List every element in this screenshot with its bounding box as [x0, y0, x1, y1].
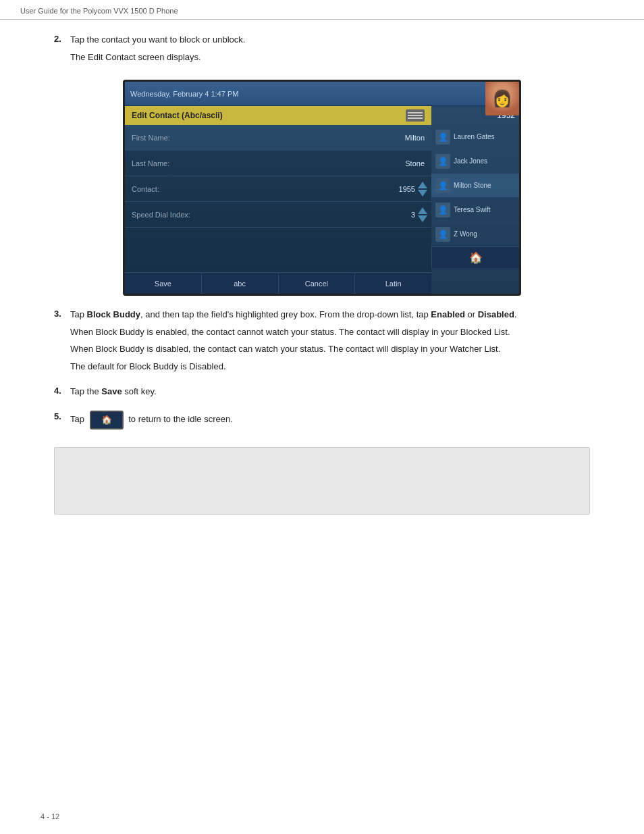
- contact-item-jack[interactable]: 👤 Jack Jones: [431, 149, 519, 174]
- status-date: Wednesday, February 4 1:47 PM: [130, 90, 238, 98]
- speeddial-value-text: 3: [411, 211, 415, 219]
- contact-icon-jack: 👤: [435, 154, 450, 169]
- step-4: 4. Tap the Save soft key.: [54, 385, 590, 402]
- arrow-up-speeddial[interactable]: [418, 207, 427, 214]
- contact-icon-lauren: 👤: [435, 130, 450, 145]
- soft-key-cancel[interactable]: Cancel: [279, 273, 356, 294]
- phone-main-area: Edit Contact (Abc/ascii) First Name: Mil…: [125, 106, 519, 294]
- status-avatar: 👩: [485, 82, 519, 115]
- inline-home-icon: 🏠: [101, 413, 112, 427]
- contact-icon-zwong: 👤: [435, 227, 450, 242]
- step-5-num: 5.: [54, 411, 70, 421]
- step-3: 3. Tap Block Buddy, and then tap the fie…: [54, 308, 590, 377]
- label-firstname: First Name:: [125, 134, 213, 142]
- footer-box: [54, 447, 590, 515]
- main-content: 2. Tap the contact you want to block or …: [0, 20, 644, 528]
- step-2: 2. Tap the contact you want to block or …: [54, 33, 590, 68]
- contact-value-text: 1955: [399, 185, 415, 193]
- step-5-line: Tap 🏠 to return to the idle screen.: [70, 411, 590, 429]
- soft-keys-bar: Save abc Cancel Latin: [125, 272, 431, 294]
- step-3-text: Tap Block Buddy, and then tap the field'…: [70, 308, 590, 377]
- label-contact: Contact:: [125, 185, 213, 193]
- step-5: 5. Tap 🏠 to return to the idle screen.: [54, 411, 590, 434]
- step-3-para1: When Block Buddy is enabled, the contact…: [70, 325, 590, 339]
- contact-item-milton[interactable]: 👤 Milton Stone: [431, 174, 519, 198]
- bold-save: Save: [101, 386, 122, 396]
- value-speeddial: 3: [213, 207, 431, 222]
- step-2-line2: The Edit Contact screen displays.: [70, 51, 590, 64]
- contact-icon-milton: 👤: [435, 178, 450, 193]
- contact-icon-teresa: 👤: [435, 203, 450, 217]
- contact-item-lauren[interactable]: 👤 Lauren Gates: [431, 125, 519, 149]
- step-3-para3: The default for Block Buddy is Disabled.: [70, 360, 590, 373]
- contact-arrows[interactable]: [418, 182, 427, 197]
- step-3-para2: When Block Buddy is disabled, the contac…: [70, 342, 590, 356]
- value-firstname-text: Milton: [405, 134, 425, 142]
- contact-item-teresa[interactable]: 👤 Teresa Swift: [431, 198, 519, 222]
- contacts-panel: 1952 👤 Lauren Gates 👤 Jack Jones 👤: [431, 106, 519, 294]
- arrow-down-speeddial[interactable]: [418, 215, 427, 222]
- step-5-text: Tap 🏠 to return to the idle screen.: [70, 411, 590, 434]
- step-4-num: 4.: [54, 385, 70, 396]
- form-row-lastname[interactable]: Last Name: Stone: [125, 151, 431, 176]
- phone-screen: Wednesday, February 4 1:47 PM 1952 👩 Edi…: [123, 80, 521, 296]
- contact-name-milton: Milton Stone: [454, 182, 491, 190]
- bold-block-buddy: Block Buddy: [87, 309, 140, 319]
- page-header: User Guide for the Polycom VVX 1500 D Ph…: [0, 0, 644, 20]
- avatar-face: 👩: [485, 82, 519, 115]
- speeddial-arrows[interactable]: [418, 207, 427, 222]
- form-row-speeddial[interactable]: Speed Dial Index: 3: [125, 202, 431, 228]
- form-row-contact[interactable]: Contact: 1955: [125, 176, 431, 202]
- status-bar: Wednesday, February 4 1:47 PM 1952 👩: [125, 82, 519, 106]
- page-number: 4 - 12: [41, 812, 59, 820]
- label-speeddial: Speed Dial Index:: [125, 211, 213, 219]
- step-4-text: Tap the Save soft key.: [70, 385, 590, 402]
- soft-key-save[interactable]: Save: [125, 273, 202, 294]
- contact-name-lauren: Lauren Gates: [454, 133, 495, 141]
- home-icon: 🏠: [469, 251, 483, 264]
- bold-enabled: Enabled: [431, 309, 465, 319]
- soft-key-abc[interactable]: abc: [202, 273, 279, 294]
- home-button[interactable]: 🏠: [431, 246, 519, 268]
- form-row-firstname[interactable]: First Name: Milton: [125, 125, 431, 151]
- step-2-line1: Tap the contact you want to block or unb…: [70, 33, 590, 47]
- phone-screenshot: Wednesday, February 4 1:47 PM 1952 👩 Edi…: [123, 80, 521, 296]
- arrow-down-contact[interactable]: [418, 190, 427, 197]
- label-lastname: Last Name:: [125, 159, 213, 167]
- value-lastname: Stone: [213, 159, 431, 167]
- value-contact: 1955: [213, 182, 431, 197]
- contact-item-zwong[interactable]: 👤 Z Wong: [431, 222, 519, 246]
- contact-name-zwong: Z Wong: [454, 230, 477, 238]
- step-2-num: 2.: [54, 33, 70, 44]
- edit-panel: Edit Contact (Abc/ascii) First Name: Mil…: [125, 106, 431, 294]
- step-3-num: 3.: [54, 308, 70, 319]
- contact-name-teresa: Teresa Swift: [454, 206, 490, 214]
- arrow-up-contact[interactable]: [418, 182, 427, 188]
- bold-disabled: Disabled: [478, 309, 514, 319]
- value-firstname: Milton: [213, 134, 431, 142]
- inline-home-button[interactable]: 🏠: [90, 411, 124, 429]
- header-text: User Guide for the Polycom VVX 1500 D Ph…: [20, 7, 178, 15]
- contact-name-jack: Jack Jones: [454, 157, 487, 165]
- soft-key-latin[interactable]: Latin: [355, 273, 431, 294]
- step-4-line: Tap the Save soft key.: [70, 385, 590, 398]
- step-3-line1: Tap Block Buddy, and then tap the field'…: [70, 308, 590, 321]
- step-2-text: Tap the contact you want to block or unb…: [70, 33, 590, 68]
- edit-header: Edit Contact (Abc/ascii): [125, 106, 431, 125]
- keyboard-icon[interactable]: [406, 109, 425, 122]
- edit-header-label: Edit Contact (Abc/ascii): [132, 111, 223, 120]
